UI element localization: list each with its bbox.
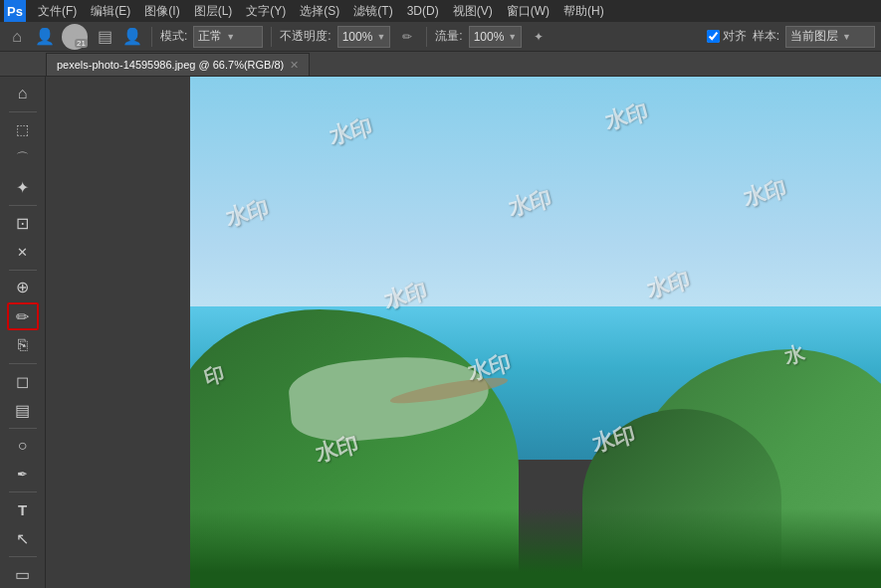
tool-type[interactable]: T: [7, 496, 39, 523]
menubar: Ps 文件(F) 编辑(E) 图像(I) 图层(L) 文字(Y) 选择(S) 滤…: [0, 0, 881, 22]
sample-label: 样本:: [753, 28, 779, 45]
sample-dropdown[interactable]: 当前图层 ▼: [785, 26, 875, 48]
trees-bottom: [190, 508, 881, 588]
flow-label: 流量:: [435, 28, 462, 45]
menu-select[interactable]: 选择(S): [294, 1, 345, 22]
brush-mode-icon[interactable]: ▤: [94, 26, 115, 48]
separator-1: [151, 27, 152, 47]
brush-badge: 21: [75, 39, 88, 48]
mode-dropdown-arrow: ▼: [226, 32, 235, 42]
align-checkbox[interactable]: [707, 30, 720, 43]
opacity-label: 不透明度:: [280, 28, 330, 45]
align-check[interactable]: 对齐: [707, 28, 747, 45]
main-area: ⌂ ⬚ ⌒ ✦ ⊡ ✕ ⊕ ✏ ⎘ ◻ ▤ ○ ✒ T ↖ ▭: [0, 77, 881, 588]
toolbar-sep-5: [9, 428, 37, 429]
separator-2: [271, 27, 272, 47]
opacity-pen-icon[interactable]: ✏: [396, 26, 418, 48]
toolbar-sep-6: [9, 491, 37, 492]
toolbar-sep-2: [9, 205, 37, 206]
tool-eraser[interactable]: ◻: [7, 368, 39, 395]
toolbar-sep-4: [9, 363, 37, 364]
opacity-field[interactable]: 100% ▼: [337, 26, 391, 48]
tool-selection[interactable]: ⬚: [7, 116, 39, 143]
mode-label: 模式:: [160, 28, 187, 45]
active-tab[interactable]: pexels-photo-14595986.jpeg @ 66.7%(RGB/8…: [46, 53, 310, 76]
toolbar-sep-3: [9, 270, 37, 271]
tab-close-button[interactable]: ✕: [290, 59, 299, 72]
tool-crop[interactable]: ⊡: [7, 210, 39, 237]
tool-dodge[interactable]: ○: [7, 433, 39, 460]
tool-brush[interactable]: ✏: [7, 302, 39, 330]
flow-arrow: ▼: [508, 32, 517, 42]
tabbar: pexels-photo-14595986.jpeg @ 66.7%(RGB/8…: [0, 52, 881, 77]
menu-help[interactable]: 帮助(H): [557, 1, 610, 22]
mode-dropdown[interactable]: 正常 ▼: [193, 26, 263, 48]
tool-lasso[interactable]: ⌒: [7, 145, 39, 172]
ps-logo: Ps: [4, 0, 26, 22]
tool-path-selection[interactable]: ↖: [7, 525, 39, 552]
tab-title: pexels-photo-14595986.jpeg @ 66.7%(RGB/8…: [57, 59, 284, 71]
pressure-icon[interactable]: 👤: [121, 26, 143, 48]
toolbar-sep-1: [9, 111, 37, 112]
menu-image[interactable]: 图像(I): [138, 1, 185, 22]
menu-3d[interactable]: 3D(D): [401, 2, 445, 20]
menu-edit[interactable]: 编辑(E): [85, 1, 136, 22]
menu-text[interactable]: 文字(Y): [240, 1, 292, 22]
image-container: 水印 水印 水印 水印 水印 水印 水印 印 水印 水 水印 水印: [190, 77, 881, 588]
toolbar: ⌂ ⬚ ⌒ ✦ ⊡ ✕ ⊕ ✏ ⎘ ◻ ▤ ○ ✒ T ↖ ▭: [0, 77, 46, 588]
airbrush-icon[interactable]: ✦: [528, 26, 550, 48]
tool-rectangle[interactable]: ▭: [7, 561, 39, 588]
canvas-image: 水印 水印 水印 水印 水印 水印 水印 印 水印 水 水印 水印: [190, 77, 881, 588]
menu-view[interactable]: 视图(V): [447, 1, 499, 22]
tool-eyedropper[interactable]: ✕: [7, 239, 39, 266]
menu-window[interactable]: 窗口(W): [501, 1, 555, 22]
home-icon[interactable]: ⌂: [6, 26, 28, 48]
tool-pen[interactable]: ✒: [7, 461, 39, 488]
sample-arrow: ▼: [842, 32, 851, 42]
options-right: 对齐 样本: 当前图层 ▼: [707, 26, 875, 48]
canvas-area: 水印 水印 水印 水印 水印 水印 水印 印 水印 水 水印 水印: [46, 77, 881, 588]
tool-gradient[interactable]: ▤: [7, 397, 39, 424]
user-icon[interactable]: 👤: [34, 26, 56, 48]
menu-filter[interactable]: 滤镜(T): [347, 1, 398, 22]
tool-clone[interactable]: ⎘: [7, 332, 39, 359]
flow-field[interactable]: 100% ▼: [469, 26, 523, 48]
menu-file[interactable]: 文件(F): [32, 1, 83, 22]
separator-3: [426, 27, 427, 47]
tool-magic-wand[interactable]: ✦: [7, 174, 39, 201]
menu-layer[interactable]: 图层(L): [188, 1, 239, 22]
tool-move[interactable]: ⌂: [7, 81, 39, 107]
optionsbar: ⌂ 👤 ● 21 ▤ 👤 模式: 正常 ▼ 不透明度: 100% ▼ ✏ 流量:…: [0, 22, 881, 52]
opacity-arrow: ▼: [376, 32, 385, 42]
tool-healing[interactable]: ⊕: [7, 274, 39, 300]
toolbar-sep-7: [9, 556, 37, 557]
